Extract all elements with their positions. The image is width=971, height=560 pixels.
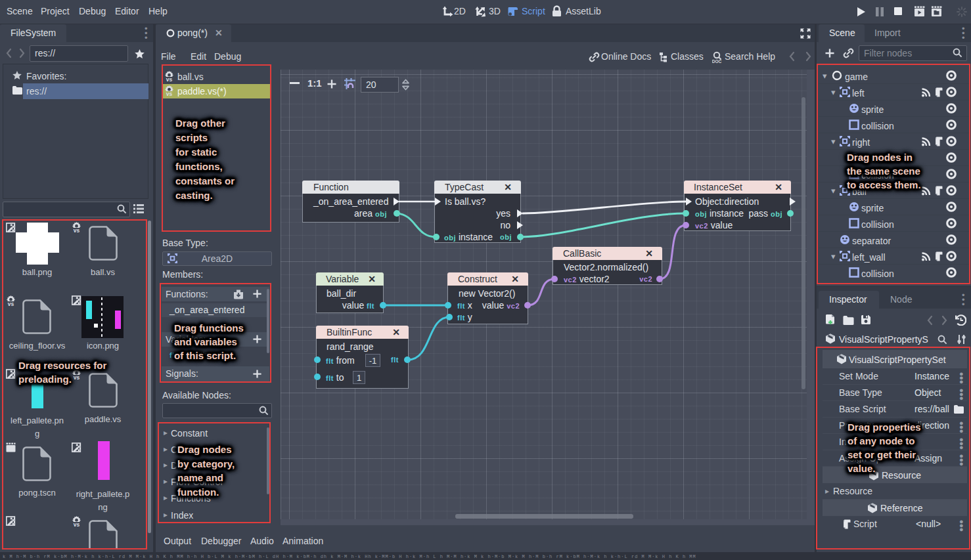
svg-text:DOC: DOC [712,59,722,63]
